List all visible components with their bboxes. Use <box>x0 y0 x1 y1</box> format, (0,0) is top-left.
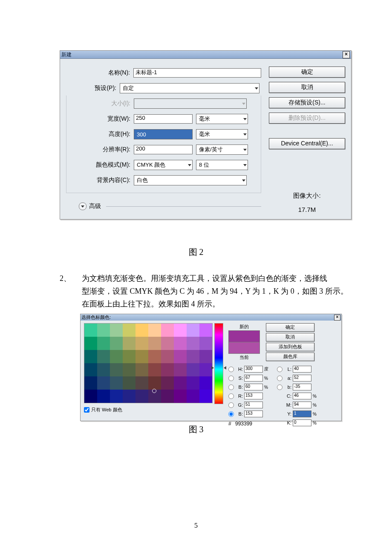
a-radio[interactable] <box>277 376 282 381</box>
b-hsb-input[interactable]: 60 <box>244 384 263 390</box>
h-input[interactable]: 300 <box>244 366 263 373</box>
preset-select[interactable]: 自定 <box>120 83 259 93</box>
advanced-toggle[interactable]: 高级 <box>79 202 261 210</box>
figure-caption-3: 图 3 <box>0 424 392 435</box>
new-color-label: 新的 <box>239 324 249 330</box>
r-radio[interactable] <box>228 393 234 399</box>
b-rgb-input[interactable]: 153 <box>244 410 263 417</box>
dialog-title: 新建 <box>61 51 72 58</box>
background-label: 背景内容(C): <box>66 176 134 184</box>
chevron-down-icon <box>243 133 247 136</box>
dialog-titlebar[interactable]: 选择色标颜色: × <box>81 314 341 321</box>
width-input[interactable]: 250 <box>134 114 193 124</box>
dialog-titlebar[interactable]: 新建 × <box>60 51 351 59</box>
delete-preset-button[interactable]: 删除预设(D)... <box>269 113 345 124</box>
ok-button[interactable]: 确定 <box>269 66 345 78</box>
width-unit-select[interactable]: 毫米 <box>196 114 248 124</box>
s-input[interactable]: 67 <box>244 375 263 382</box>
slider-arrow-icon <box>211 366 214 370</box>
g-input[interactable]: 51 <box>244 402 263 408</box>
chevron-down-icon <box>243 118 247 120</box>
save-preset-button[interactable]: 存储预设(S)... <box>269 97 345 108</box>
name-label: 名称(N): <box>66 69 133 77</box>
g-radio[interactable] <box>228 402 234 408</box>
chevron-down-icon <box>242 103 245 105</box>
close-icon[interactable]: × <box>343 51 350 58</box>
name-input[interactable]: 未标题-1 <box>133 68 261 78</box>
cancel-button[interactable]: 取消 <box>269 82 345 93</box>
color-palette[interactable] <box>84 323 213 403</box>
lab-b-input[interactable]: -35 <box>293 384 311 390</box>
figure-caption-2: 图 2 <box>0 246 392 258</box>
resolution-input[interactable]: 200 <box>134 145 193 154</box>
image-size-value: 17.7M <box>269 206 345 213</box>
web-only-checkbox[interactable]: 只有 Web 颜色 <box>84 407 223 413</box>
m-input[interactable]: 94 <box>293 402 311 408</box>
chevron-down-icon <box>255 87 258 90</box>
chevron-down-icon <box>243 149 247 151</box>
width-label: 宽度(W): <box>66 115 134 123</box>
height-unit-select[interactable]: 毫米 <box>196 129 248 139</box>
preset-label: 预设(P): <box>66 84 120 92</box>
slider-arrow-icon <box>224 366 226 370</box>
ok-button[interactable]: 确定 <box>266 323 314 332</box>
new-color-swatch <box>228 330 260 342</box>
image-size-label: 图像大小: <box>269 192 345 200</box>
palette-cursor-icon <box>152 389 156 393</box>
size-label: 大小(I): <box>66 100 134 107</box>
s-radio[interactable] <box>228 376 234 381</box>
chevron-down-icon <box>79 202 86 210</box>
height-input[interactable]: 300 <box>134 129 193 139</box>
chevron-down-icon <box>242 179 245 182</box>
lab-b-radio[interactable] <box>277 384 282 390</box>
color-mode-label: 颜色模式(M): <box>66 161 134 169</box>
r-input[interactable]: 153 <box>244 393 263 399</box>
device-central-button[interactable]: Device Central(E)... <box>269 138 345 149</box>
resolution-unit-select[interactable]: 像素/英寸 <box>196 145 248 155</box>
current-color-label: 当前 <box>239 354 249 361</box>
h-radio[interactable] <box>228 367 234 372</box>
close-icon[interactable]: × <box>334 315 340 321</box>
color-mode-select[interactable]: CMYK 颜色 <box>134 160 193 170</box>
a-input[interactable]: 52 <box>293 375 311 382</box>
add-swatch-button[interactable]: 添加到色板 <box>266 343 314 351</box>
color-picker-dialog: 选择色标颜色: × 只有 Web 颜色 <box>80 314 342 421</box>
b-radio[interactable] <box>228 384 234 390</box>
size-select <box>134 98 247 109</box>
background-select[interactable]: 白色 <box>134 175 247 185</box>
y-input[interactable]: 1 <box>293 410 311 417</box>
height-label: 高度(H): <box>66 130 134 138</box>
bit-depth-select[interactable]: 8 位 <box>196 160 248 170</box>
chevron-down-icon <box>243 164 247 166</box>
body-paragraph: 2、为文档填充渐变色。用渐变填充工具，设置从紫色到白色的渐变，选择线 型渐变，设… <box>60 272 354 310</box>
page-number: 5 <box>0 522 392 529</box>
l-radio[interactable] <box>277 367 282 372</box>
l-input[interactable]: 40 <box>293 366 311 373</box>
color-libraries-button[interactable]: 颜色库 <box>266 353 314 361</box>
current-color-swatch <box>228 342 260 354</box>
resolution-label: 分辨率(R): <box>66 146 134 153</box>
chevron-down-icon <box>188 164 191 166</box>
dialog-title: 选择色标颜色: <box>81 314 111 321</box>
c-input[interactable]: 46 <box>293 393 311 399</box>
new-document-dialog: 新建 × 名称(N): 未标题-1 预设(P): 自定 大小(I): <box>60 50 352 220</box>
cancel-button[interactable]: 取消 <box>266 333 314 341</box>
hue-slider[interactable] <box>214 323 223 404</box>
b-rgb-radio[interactable] <box>228 411 234 417</box>
